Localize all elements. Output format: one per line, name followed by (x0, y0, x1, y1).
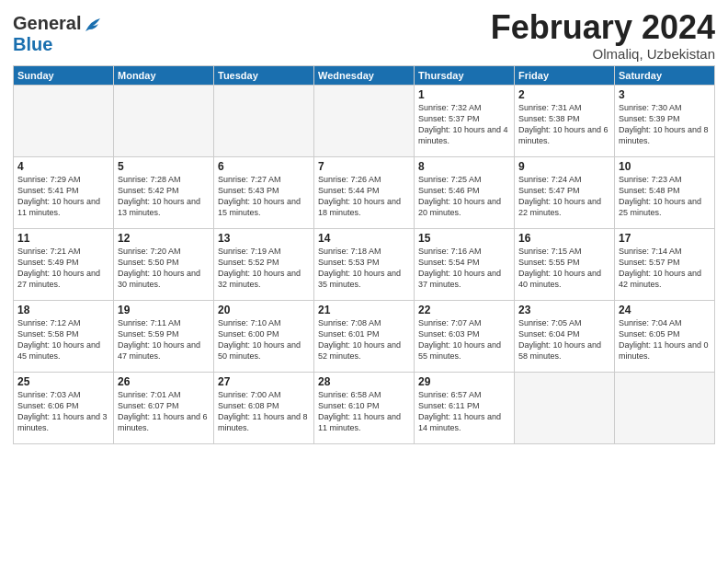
day-info: Sunrise: 7:18 AMSunset: 5:53 PMDaylight:… (318, 246, 410, 291)
table-row: 3Sunrise: 7:30 AMSunset: 5:39 PMDaylight… (615, 85, 715, 156)
table-row: 8Sunrise: 7:25 AMSunset: 5:46 PMDaylight… (415, 156, 515, 228)
day-info: Sunrise: 7:25 AMSunset: 5:46 PMDaylight:… (418, 174, 510, 219)
day-info: Sunrise: 7:15 AMSunset: 5:55 PMDaylight:… (518, 246, 610, 291)
table-row: 18Sunrise: 7:12 AMSunset: 5:58 PMDayligh… (14, 300, 114, 372)
day-info: Sunrise: 7:27 AMSunset: 5:43 PMDaylight:… (218, 174, 310, 219)
day-info: Sunrise: 7:10 AMSunset: 6:00 PMDaylight:… (218, 317, 310, 362)
table-row: 20Sunrise: 7:10 AMSunset: 6:00 PMDayligh… (214, 300, 314, 372)
day-number: 10 (619, 160, 711, 173)
calendar-week-row: 11Sunrise: 7:21 AMSunset: 5:49 PMDayligh… (14, 228, 715, 300)
logo: General Blue (13, 13, 102, 53)
day-number: 1 (418, 88, 510, 101)
col-thursday: Thursday (415, 65, 515, 85)
day-info: Sunrise: 7:32 AMSunset: 5:37 PMDaylight:… (418, 102, 510, 147)
day-number: 5 (118, 160, 210, 173)
logo-blue: Blue (13, 34, 52, 54)
table-row: 24Sunrise: 7:04 AMSunset: 6:05 PMDayligh… (615, 300, 715, 372)
title-block: February 2024 Olmaliq, Uzbekistan (491, 9, 715, 62)
table-row (214, 85, 314, 156)
table-row: 17Sunrise: 7:14 AMSunset: 5:57 PMDayligh… (615, 228, 715, 300)
table-row: 29Sunrise: 6:57 AMSunset: 6:11 PMDayligh… (415, 372, 515, 443)
table-row: 22Sunrise: 7:07 AMSunset: 6:03 PMDayligh… (415, 300, 515, 372)
day-number: 2 (518, 88, 610, 101)
table-row: 19Sunrise: 7:11 AMSunset: 5:59 PMDayligh… (114, 300, 214, 372)
table-row (314, 85, 415, 156)
table-row: 10Sunrise: 7:23 AMSunset: 5:48 PMDayligh… (615, 156, 715, 228)
day-info: Sunrise: 7:11 AMSunset: 5:59 PMDaylight:… (118, 317, 210, 362)
day-info: Sunrise: 7:05 AMSunset: 6:04 PMDaylight:… (518, 317, 610, 362)
day-info: Sunrise: 7:30 AMSunset: 5:39 PMDaylight:… (619, 102, 711, 147)
col-friday: Friday (515, 65, 615, 85)
calendar-header-row: Sunday Monday Tuesday Wednesday Thursday… (14, 65, 715, 85)
table-row: 5Sunrise: 7:28 AMSunset: 5:42 PMDaylight… (114, 156, 214, 228)
col-monday: Monday (114, 65, 214, 85)
day-number: 27 (218, 375, 310, 388)
day-number: 9 (518, 160, 610, 173)
table-row: 27Sunrise: 7:00 AMSunset: 6:08 PMDayligh… (214, 372, 314, 443)
day-info: Sunrise: 7:28 AMSunset: 5:42 PMDaylight:… (118, 174, 210, 219)
table-row (14, 85, 114, 156)
day-number: 3 (619, 88, 711, 101)
day-info: Sunrise: 6:57 AMSunset: 6:11 PMDaylight:… (418, 389, 510, 434)
col-saturday: Saturday (615, 65, 715, 85)
table-row (515, 372, 615, 443)
day-number: 16 (518, 232, 610, 245)
day-info: Sunrise: 7:03 AMSunset: 6:06 PMDaylight:… (17, 389, 109, 434)
day-number: 29 (418, 375, 510, 388)
day-number: 11 (17, 232, 109, 245)
day-number: 22 (418, 304, 510, 316)
table-row: 11Sunrise: 7:21 AMSunset: 5:49 PMDayligh… (14, 228, 114, 300)
table-row: 15Sunrise: 7:16 AMSunset: 5:54 PMDayligh… (415, 228, 515, 300)
table-row: 7Sunrise: 7:26 AMSunset: 5:44 PMDaylight… (314, 156, 415, 228)
day-number: 23 (518, 304, 610, 316)
logo-general: General (13, 13, 81, 33)
calendar-week-row: 18Sunrise: 7:12 AMSunset: 5:58 PMDayligh… (14, 300, 715, 372)
day-number: 28 (318, 375, 410, 388)
day-info: Sunrise: 7:23 AMSunset: 5:48 PMDaylight:… (619, 174, 711, 219)
day-info: Sunrise: 7:04 AMSunset: 6:05 PMDaylight:… (619, 317, 711, 362)
table-row: 13Sunrise: 7:19 AMSunset: 5:52 PMDayligh… (214, 228, 314, 300)
day-info: Sunrise: 7:07 AMSunset: 6:03 PMDaylight:… (418, 317, 510, 362)
day-info: Sunrise: 7:12 AMSunset: 5:58 PMDaylight:… (17, 317, 109, 362)
col-tuesday: Tuesday (214, 65, 314, 85)
day-number: 18 (17, 304, 109, 316)
table-row: 23Sunrise: 7:05 AMSunset: 6:04 PMDayligh… (515, 300, 615, 372)
col-sunday: Sunday (14, 65, 114, 85)
day-number: 26 (118, 375, 210, 388)
calendar-week-row: 25Sunrise: 7:03 AMSunset: 6:06 PMDayligh… (14, 372, 715, 443)
table-row: 4Sunrise: 7:29 AMSunset: 5:41 PMDaylight… (14, 156, 114, 228)
col-wednesday: Wednesday (314, 65, 415, 85)
day-number: 15 (418, 232, 510, 245)
table-row: 9Sunrise: 7:24 AMSunset: 5:47 PMDaylight… (515, 156, 615, 228)
day-number: 7 (318, 160, 410, 173)
day-info: Sunrise: 7:16 AMSunset: 5:54 PMDaylight:… (418, 246, 510, 291)
day-info: Sunrise: 7:20 AMSunset: 5:50 PMDaylight:… (118, 246, 210, 291)
table-row: 14Sunrise: 7:18 AMSunset: 5:53 PMDayligh… (314, 228, 415, 300)
day-number: 4 (17, 160, 109, 173)
day-number: 24 (619, 304, 711, 316)
table-row: 21Sunrise: 7:08 AMSunset: 6:01 PMDayligh… (314, 300, 415, 372)
day-info: Sunrise: 7:29 AMSunset: 5:41 PMDaylight:… (17, 174, 109, 219)
table-row: 16Sunrise: 7:15 AMSunset: 5:55 PMDayligh… (515, 228, 615, 300)
table-row (114, 85, 214, 156)
day-number: 19 (118, 304, 210, 316)
day-info: Sunrise: 7:21 AMSunset: 5:49 PMDaylight:… (17, 246, 109, 291)
day-info: Sunrise: 7:01 AMSunset: 6:07 PMDaylight:… (118, 389, 210, 434)
table-row: 2Sunrise: 7:31 AMSunset: 5:38 PMDaylight… (515, 85, 615, 156)
day-info: Sunrise: 7:24 AMSunset: 5:47 PMDaylight:… (518, 174, 610, 219)
calendar-title: February 2024 (491, 9, 715, 46)
calendar-week-row: 1Sunrise: 7:32 AMSunset: 5:37 PMDaylight… (14, 85, 715, 156)
day-number: 17 (619, 232, 711, 245)
table-row: 12Sunrise: 7:20 AMSunset: 5:50 PMDayligh… (114, 228, 214, 300)
day-number: 20 (218, 304, 310, 316)
page-container: General Blue February 2024 Olmaliq, Uzbe… (0, 0, 728, 450)
day-info: Sunrise: 7:31 AMSunset: 5:38 PMDaylight:… (518, 102, 610, 147)
day-info: Sunrise: 7:19 AMSunset: 5:52 PMDaylight:… (218, 246, 310, 291)
table-row: 6Sunrise: 7:27 AMSunset: 5:43 PMDaylight… (214, 156, 314, 228)
day-number: 13 (218, 232, 310, 245)
day-info: Sunrise: 7:08 AMSunset: 6:01 PMDaylight:… (318, 317, 410, 362)
calendar-table: Sunday Monday Tuesday Wednesday Thursday… (13, 65, 715, 444)
calendar-subtitle: Olmaliq, Uzbekistan (491, 46, 715, 62)
table-row: 25Sunrise: 7:03 AMSunset: 6:06 PMDayligh… (14, 372, 114, 443)
day-number: 6 (218, 160, 310, 173)
